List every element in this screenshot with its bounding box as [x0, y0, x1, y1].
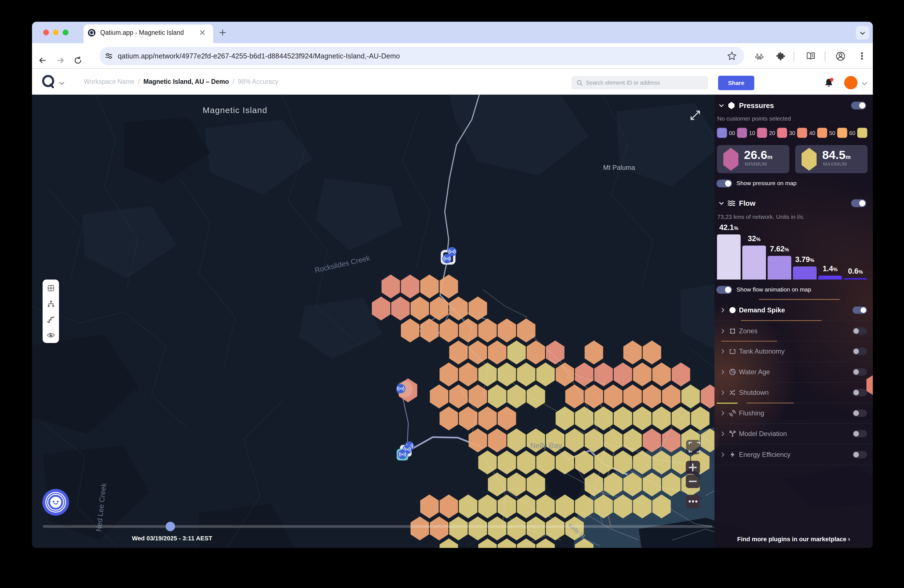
svg-text:Magnetic Island: Magnetic Island [202, 106, 267, 115]
svg-text:Mt Paluma: Mt Paluma [603, 164, 635, 171]
svg-text:Nelly Bay: Nelly Bay [530, 441, 562, 450]
